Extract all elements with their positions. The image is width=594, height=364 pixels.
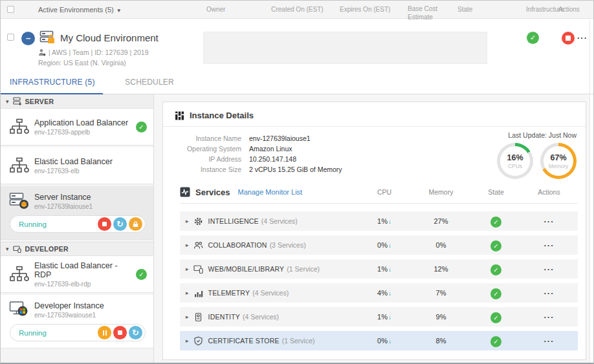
services-title: Services [195, 187, 230, 197]
scrollbar-track[interactable] [589, 20, 590, 364]
cpu-gauge-label: CPUs [508, 163, 522, 169]
last-update-label: Last Update: Just Now [441, 131, 577, 139]
item-id: env-127639-elb [34, 167, 147, 175]
column-actions: Actions [558, 6, 580, 13]
content-area: ▾ SERVER [1, 94, 594, 364]
expand-caret-icon[interactable]: ▸ [186, 290, 189, 296]
service-name: COLLABORATION [208, 241, 267, 249]
tab-scheduler[interactable]: SCHEDULER [116, 67, 174, 93]
service-row-telemetry[interactable]: ▸ TELEMETRY (4 Services) 4%↓ 7% ✓ ··· [180, 283, 578, 303]
stop-instance-button[interactable] [113, 326, 127, 339]
service-count: (1 Service) [282, 337, 315, 345]
memory-gauge: 67% Memory [540, 143, 577, 179]
restart-instance-button[interactable]: ↻ [113, 217, 127, 231]
field-value: 2 vCPUs 15.25 GiB of Memory [249, 166, 342, 173]
restart-instance-button[interactable]: ↻ [129, 326, 142, 339]
item-name: Developer Instance [34, 301, 147, 310]
column-memory: Memory [410, 188, 472, 196]
field-label: Operating System [180, 145, 241, 153]
field-label: Instance Size [180, 166, 241, 173]
developer-section-icon [13, 245, 21, 253]
expand-caret-icon[interactable]: ▸ [186, 266, 189, 272]
item-id: env-127639-elb-rdp [34, 281, 133, 288]
service-row-identity[interactable]: ▸ IDENTITY (4 Services) 1%↓ 9% ✓ ··· [180, 307, 578, 327]
pause-instance-button[interactable] [98, 326, 111, 339]
environment-server-lock-icon [39, 30, 57, 49]
server-section-icon [13, 97, 21, 105]
item-name: Elastic Load Balancer - RDP [34, 261, 133, 279]
bar-chart-icon [193, 288, 204, 298]
section-label: DEVELOPER [25, 245, 69, 253]
sidebar-section-server[interactable]: ▾ SERVER [1, 94, 153, 109]
trend-down-icon: ↓ [388, 242, 391, 249]
manage-monitor-list-link[interactable]: Manage Monitor List [238, 188, 303, 196]
section-caret-icon: ▾ [6, 98, 9, 105]
expand-caret-icon[interactable]: ▸ [186, 218, 189, 224]
expand-caret-icon[interactable]: ▸ [186, 314, 189, 320]
item-id: env-127639-appelb [34, 129, 133, 136]
load-balancer-icon [8, 157, 30, 175]
service-row-certificate-store[interactable]: ▸ CERTIFICATE STORE (1 Service) 0%↓ 8% ✓… [180, 331, 578, 350]
tab-infrastructure[interactable]: INFRASTRUCTURE (5) [1, 67, 103, 94]
sidebar-item-server-instance[interactable]: Server Instance env-127639laiouse1 Runni… [1, 186, 153, 240]
stop-environment-button[interactable] [562, 32, 575, 45]
service-cpu: 4% [377, 289, 388, 297]
lock-instance-button[interactable] [129, 217, 142, 231]
item-name: Application Load Balancer [34, 118, 133, 127]
service-row-intelligence[interactable]: ▸ INTELLIGENCE (4 Services) 1%↓ 27% ✓ ··… [180, 211, 578, 231]
shield-icon [193, 336, 204, 346]
service-row-collaboration[interactable]: ▸ COLLABORATION (3 Services) 0%↓ 0% ✓ ··… [180, 235, 578, 255]
row-actions-button[interactable]: ··· [544, 336, 555, 346]
users-icon [193, 241, 204, 250]
environment-actions-button[interactable]: ··· [577, 33, 588, 43]
row-actions-button[interactable]: ··· [544, 312, 555, 322]
active-environments-dropdown[interactable]: Active Environments (5)▼ [38, 6, 122, 14]
lock-icon [132, 220, 139, 228]
service-cpu: 0% [377, 241, 388, 249]
service-cpu: 1% [377, 313, 388, 321]
environment-name[interactable]: My Cloud Environment [60, 32, 159, 43]
sidebar-item-application-load-balancer[interactable]: Application Load Balancer env-127639-app… [1, 109, 153, 145]
row-actions-button[interactable]: ··· [544, 264, 555, 274]
stop-instance-button[interactable] [98, 217, 111, 231]
row-actions-button[interactable]: ··· [544, 288, 555, 298]
column-cpu: CPU [358, 188, 410, 196]
expand-caret-icon[interactable]: ▸ [186, 337, 189, 344]
sidebar-item-elastic-load-balancer[interactable]: Elastic Load Balancer env-127639-elb [1, 147, 153, 184]
collapse-environment-button[interactable]: – [21, 32, 35, 45]
app-window: Active Environments (5)▼ Owner Created O… [0, 0, 594, 364]
expand-caret-icon[interactable]: ▸ [186, 242, 189, 248]
service-row-web-mobile-library[interactable]: ▸ WEB/MOBILE/LIBRARY (1 Service) 1%↓ 12%… [180, 259, 578, 279]
service-count: (1 Service) [287, 265, 320, 273]
service-cpu: 0% [377, 337, 388, 345]
devices-icon [193, 264, 204, 274]
environment-checkbox[interactable] [7, 34, 14, 41]
trend-down-icon: ↓ [388, 266, 391, 273]
server-instance-icon [8, 192, 30, 210]
cpu-gauge: 16% CPUs [497, 143, 533, 179]
service-memory: 9% [410, 313, 472, 321]
status-ok-icon: ✓ [136, 122, 147, 133]
select-all-checkbox[interactable] [7, 6, 14, 13]
memory-gauge-value: 67% [550, 153, 566, 162]
redacted-content-placeholder [203, 32, 487, 64]
column-owner: Owner [206, 6, 225, 13]
service-name: WEB/MOBILE/LIBRARY [208, 265, 285, 273]
infrastructure-sidebar: ▾ SERVER [1, 94, 154, 364]
trend-down-icon: ↓ [388, 218, 391, 225]
section-label: SERVER [25, 98, 54, 105]
sidebar-item-elastic-load-balancer-rdp[interactable]: Elastic Load Balancer - RDP env-127639-e… [1, 256, 153, 293]
sidebar-section-developer[interactable]: ▾ DEVELOPER [1, 242, 153, 256]
column-actions: Actions [520, 188, 578, 196]
column-created-on: Created On (EST) [271, 6, 324, 13]
dropdown-caret-icon: ▼ [116, 8, 122, 14]
service-name: CERTIFICATE STORE [208, 337, 280, 345]
cpu-gauge-value: 16% [507, 153, 523, 162]
row-actions-button[interactable]: ··· [544, 241, 555, 250]
row-actions-button[interactable]: ··· [544, 217, 555, 226]
sidebar-item-developer-instance[interactable]: Developer Instance env-127639waiouse1 Ru… [1, 295, 153, 348]
service-memory: 27% [410, 217, 472, 225]
services-icon [180, 187, 190, 197]
environment-meta: | AWS | Team | ID: 127639 | 2019 [38, 48, 149, 56]
service-count: (4 Services) [252, 289, 289, 297]
